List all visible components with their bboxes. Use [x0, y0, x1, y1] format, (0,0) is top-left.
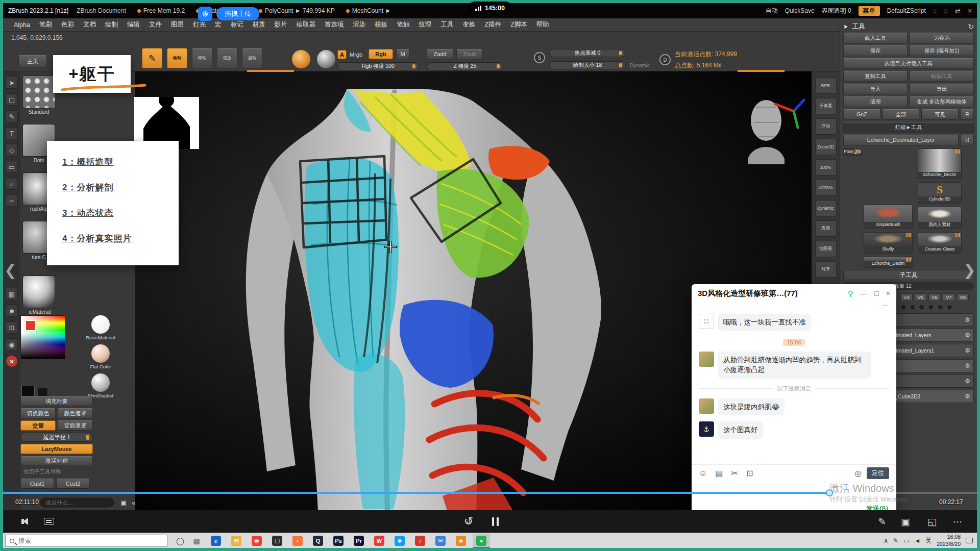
- variant-button[interactable]: V7: [943, 293, 955, 301]
- pen-icon[interactable]: ✎: [893, 537, 898, 544]
- upload-button[interactable]: 拖拽上传: [216, 7, 259, 20]
- close-window-icon[interactable]: ×: [968, 7, 972, 15]
- material-sphere[interactable]: [91, 373, 110, 392]
- rgb-button[interactable]: Rgb: [369, 49, 393, 59]
- lazy-radius-slider[interactable]: 延迟半径 1: [20, 433, 93, 442]
- taskbar-app[interactable]: ◖: [289, 534, 306, 548]
- menu-item[interactable]: 宏: [210, 20, 226, 29]
- mrgb-button[interactable]: Mrgb: [350, 52, 362, 58]
- danmaku-input[interactable]: [39, 497, 115, 508]
- current-material-ring[interactable]: [292, 50, 310, 68]
- taskbar-app[interactable]: ✉: [432, 534, 449, 548]
- taskbar-app[interactable]: ◆: [391, 534, 408, 548]
- diamond-tool-icon[interactable]: ◇: [6, 144, 18, 156]
- app-icon[interactable]: ◖: [292, 536, 303, 546]
- display-icon[interactable]: ▭: [903, 537, 909, 544]
- current-tool-r-button[interactable]: R: [961, 135, 974, 145]
- tool-thumbnail[interactable]: Cylinder3D: [918, 182, 962, 204]
- right-shelf-button[interactable]: AC50%: [815, 180, 837, 196]
- app-icon[interactable]: Ps: [333, 536, 344, 546]
- target-icon[interactable]: ◎: [854, 468, 862, 478]
- switch-color-button[interactable]: 切换颜色: [20, 408, 56, 418]
- sliders-icon[interactable]: ≡: [944, 7, 948, 15]
- chat-icon[interactable]: ⊡: [6, 321, 18, 334]
- menu-item[interactable]: Z脚本: [506, 20, 532, 29]
- backface-mask-button[interactable]: 背面遮罩: [58, 420, 93, 431]
- locate-button[interactable]: 定位: [867, 467, 889, 479]
- menu-item[interactable]: 渲染: [348, 20, 370, 29]
- menu-item[interactable]: 编辑: [122, 20, 144, 29]
- lazy-mouse-button[interactable]: LazyMouse: [20, 444, 93, 454]
- save-increment-button[interactable]: 保存 (编号加1): [910, 45, 974, 56]
- taskbar-app[interactable]: ●: [473, 534, 490, 548]
- menu-item[interactable]: 笔刷: [35, 20, 57, 29]
- app-icon[interactable]: W: [374, 536, 384, 546]
- app-icon[interactable]: ▤: [231, 536, 241, 546]
- app-icon[interactable]: ✉: [435, 536, 446, 546]
- m-button[interactable]: M: [396, 49, 409, 59]
- variant-button[interactable]: V5: [915, 293, 927, 301]
- app-icon[interactable]: ●: [476, 536, 486, 546]
- cust1-button[interactable]: Cust1: [20, 479, 54, 489]
- cortana-icon[interactable]: ◯: [173, 537, 188, 545]
- menu-item[interactable]: 文件: [144, 20, 166, 29]
- zscript-label[interactable]: DefaultZScript: [887, 7, 926, 14]
- move-button[interactable]: 移动: [192, 48, 212, 68]
- material-sphere[interactable]: [91, 315, 110, 334]
- tool-thumbnail-image[interactable]: [864, 205, 912, 222]
- quicksave-button[interactable]: QuickSave: [785, 7, 815, 14]
- material-sphere[interactable]: [91, 344, 110, 363]
- ui-opacity-label[interactable]: 界面透明 0: [822, 7, 851, 15]
- load-from-project-button[interactable]: 从项目文件载入工具: [843, 58, 974, 69]
- task-view-icon[interactable]: ▦: [189, 537, 204, 545]
- z-intensity-slider[interactable]: Z 强度 25: [427, 62, 503, 70]
- right-shelf-button[interactable]: 浮动: [815, 118, 837, 135]
- save-as-button[interactable]: 另存为: [910, 33, 974, 43]
- menu-item[interactable]: 纹理: [414, 20, 436, 29]
- user-icon[interactable]: ☻: [6, 305, 18, 317]
- menu-button[interactable]: 菜单: [859, 6, 880, 16]
- tool-thumbnail-image[interactable]: [918, 183, 961, 196]
- danmaku-toggle-icon[interactable]: [39, 510, 59, 533]
- rewind-10-button[interactable]: ↺10: [458, 510, 479, 533]
- color-mask-button[interactable]: 颜色遮罩: [58, 408, 93, 418]
- zadd-button[interactable]: Zadd: [427, 49, 453, 59]
- paste-tool-button[interactable]: 粘贴工具: [910, 71, 974, 82]
- folder-icon[interactable]: ▤: [715, 468, 723, 478]
- menu-item[interactable]: 影片: [270, 20, 291, 29]
- menu-item[interactable]: 绘制: [101, 20, 122, 29]
- tool-thumbnail[interactable]: Skelly 28: [864, 232, 913, 254]
- next-arrow[interactable]: ❯: [963, 261, 976, 279]
- tool-thumbnail[interactable]: Pose_03 25: [843, 148, 862, 156]
- auto-label[interactable]: 自动: [766, 7, 778, 15]
- r-button[interactable]: R: [961, 109, 974, 120]
- menu-item[interactable]: 工具: [436, 20, 458, 29]
- menu-item[interactable]: 文档: [79, 20, 101, 29]
- more-icon[interactable]: ⋯: [692, 303, 896, 311]
- circle-tool-icon[interactable]: ○: [6, 178, 18, 190]
- taskbar-search[interactable]: [5, 535, 167, 547]
- cursor-tool-icon[interactable]: ➤: [6, 77, 18, 89]
- pause-button[interactable]: [485, 510, 505, 533]
- tool-thumbnail[interactable]: 肌肉人素材: [918, 207, 962, 229]
- app-icon[interactable]: ◈: [456, 536, 466, 546]
- goz-visible-button[interactable]: 可见: [921, 109, 959, 120]
- taskbar-app[interactable]: W: [371, 534, 388, 548]
- rect-tool-icon[interactable]: ▭: [6, 161, 18, 173]
- lightbox-tool-button[interactable]: 灯箱►工具: [843, 122, 974, 133]
- subtool-panel-title[interactable]: 子工具: [843, 270, 974, 280]
- pin-icon[interactable]: ⚲: [848, 289, 853, 297]
- prev-arrow[interactable]: ❮: [4, 261, 17, 279]
- notification-icon[interactable]: [966, 538, 973, 543]
- menu-item[interactable]: 拾取器: [291, 20, 320, 29]
- gear-icon[interactable]: ⚙: [965, 332, 970, 339]
- right-shelf-button[interactable]: Dynamic: [815, 200, 837, 216]
- variant-button[interactable]: V8: [957, 293, 969, 301]
- a-chip[interactable]: A: [337, 50, 347, 59]
- right-shelf-button[interactable]: 子像素: [815, 98, 837, 114]
- volume-tray-icon[interactable]: ◄: [914, 537, 920, 544]
- pencil-icon[interactable]: ✎: [872, 510, 892, 533]
- focal-falloff-slider[interactable]: 焦点衰减 0: [549, 49, 626, 57]
- material-slot[interactable]: BasicMaterial: [72, 315, 129, 340]
- symmetry-button[interactable]: 激活对称: [20, 456, 93, 465]
